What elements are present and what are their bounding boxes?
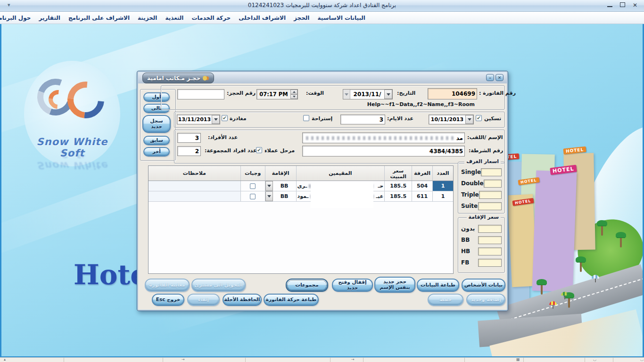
row-notes-cell[interactable] [149, 191, 240, 201]
row-room-cell[interactable]: 504 [412, 181, 432, 191]
booking-number-field[interactable] [177, 89, 224, 99]
menu-treasury[interactable]: الخزينة [138, 15, 157, 21]
row-meals-cell[interactable] [240, 191, 265, 201]
checkin-date-combo[interactable]: 10/11/2013 [429, 115, 474, 124]
time-value: 07:17 PM [257, 91, 290, 98]
none-price-field[interactable] [478, 225, 502, 233]
date-label: التاريخ: [397, 90, 415, 96]
row-count-cell[interactable]: 1 [432, 191, 453, 201]
new-booking-same-name-button[interactable]: حجز جديد بنفس الإسم [374, 277, 415, 293]
persons-count-field[interactable]: 3 [177, 133, 201, 143]
meals-checkbox[interactable] [250, 194, 256, 199]
double-label: Double [461, 180, 484, 187]
table-row[interactable]: 1 504 185.5 حـ ـرى BB [149, 181, 453, 191]
menu-booking[interactable]: الحجز [294, 15, 309, 21]
single-price-field[interactable] [481, 168, 502, 176]
suite-price-field[interactable] [478, 202, 502, 210]
checkin-dropdown-icon[interactable] [465, 115, 473, 124]
meals-checkbox[interactable] [250, 183, 256, 189]
suite-label: Suite [461, 203, 478, 209]
time-up-icon[interactable] [290, 90, 297, 94]
triple-label: Triple [461, 191, 479, 198]
dialog-minimize-icon[interactable]: – [486, 74, 494, 81]
days-field[interactable]: 3 [340, 115, 385, 124]
invoice-number-field[interactable]: 104699 [428, 88, 477, 99]
header-stay[interactable]: الإقامة [265, 166, 296, 181]
relay-clients-checkbox[interactable]: ✔ [256, 147, 262, 153]
menu-about[interactable]: حول البرنامج [0, 15, 31, 21]
date-combo-dropdown-icon[interactable] [384, 90, 392, 99]
menu-services-movement[interactable]: حركة الخدمات [191, 15, 231, 21]
new-record-button[interactable]: سجل جديد [142, 115, 171, 133]
exit-button[interactable]: خروج Esc [152, 294, 184, 306]
days-value: 3 [380, 116, 383, 123]
departure-date-combo[interactable]: 13/11/2013 [177, 115, 220, 124]
groups-button[interactable]: مجموعات [286, 279, 328, 292]
app-window: ▾ برنامج الفنادق اعداد شركة سنووايت للبر… [0, 0, 644, 362]
row-stay-cell[interactable]: BB [265, 181, 296, 191]
departure-date-value: 13/11/2013 [177, 116, 212, 123]
status-arrow-icon: → [182, 357, 185, 362]
dialog-title-tab[interactable]: حجـز مـكاتب امامية [142, 73, 214, 83]
dialog-close-icon[interactable]: ✕ [495, 74, 504, 81]
header-price[interactable]: سعر المبيت [384, 166, 412, 181]
row-stay-cell[interactable]: BB [265, 191, 296, 201]
print-invoice-movement-button[interactable]: طباعة حركة الفاتورة [264, 294, 319, 306]
bb-price-field[interactable] [478, 236, 502, 244]
stay-dropdown-icon[interactable] [265, 181, 273, 191]
triple-price-field[interactable] [479, 191, 502, 199]
minimize-icon[interactable] [607, 2, 612, 8]
date-combo-left-arrow-icon[interactable] [343, 90, 350, 99]
header-room[interactable]: الغرفة [412, 166, 432, 181]
table-row[interactable]: 1 611 185.5 عبـ ـمود BB [149, 191, 453, 202]
time-down-icon[interactable] [290, 94, 297, 99]
time-spinner[interactable]: 07:17 PM [256, 89, 298, 99]
row-room-cell[interactable]: 611 [412, 191, 432, 201]
deferred-wallet-button[interactable]: الحافظة الأجلة [223, 294, 262, 306]
row-count-cell[interactable]: 1 [432, 181, 453, 191]
menu-internal-supervision[interactable]: الاشراف الداخلى [239, 15, 286, 21]
date-value: 2013/11/ [350, 91, 384, 98]
menu-program-supervision[interactable]: الاشراف على البرنامج [68, 15, 130, 21]
maximize-icon[interactable] [620, 2, 625, 8]
header-meals[interactable]: وجبات [240, 166, 265, 181]
resident-fragment: حـ [378, 183, 384, 189]
departure-dropdown-icon[interactable] [212, 115, 220, 124]
previous-record-button[interactable]: سابق [143, 136, 170, 145]
checkin-checkbox[interactable]: ✔ [476, 115, 482, 121]
date-combo[interactable]: 2013/11/ [343, 89, 393, 99]
rest-checkbox[interactable] [303, 115, 309, 121]
police-number-field[interactable]: 4384/4385 [302, 146, 465, 156]
hb-price-field[interactable] [478, 247, 502, 255]
guest-name-field[interactable]: مد [302, 132, 465, 143]
last-record-button[interactable]: أخر [143, 147, 170, 156]
double-price-field[interactable] [484, 180, 502, 188]
dialog-title: حجـز مـكاتب امامية [147, 75, 200, 82]
row-price-cell[interactable]: 185.5 [384, 181, 412, 191]
menu-basic-data[interactable]: البيانات الاساسية [317, 15, 365, 21]
departure-checkbox[interactable]: ✔ [222, 115, 228, 121]
add-and-new-button: إضافة وجديد [466, 294, 505, 306]
header-residents[interactable]: المقيمين [296, 166, 385, 181]
window-title: برنامج الفنادق اعداد شركة سنووايت للبرمج… [0, 2, 644, 8]
persons-count-value: 3 [195, 135, 199, 141]
header-notes[interactable]: ملاحظات [149, 166, 240, 181]
menu-catering[interactable]: التغذية [165, 15, 183, 21]
header-count[interactable]: العدد [432, 166, 453, 181]
group-count-label: عدد افراد المجموعة: [205, 148, 256, 154]
redaction-overlay [311, 181, 373, 208]
persons-data-button[interactable]: بيانات الأشخاص [462, 279, 505, 292]
fb-price-field[interactable] [478, 259, 502, 267]
menu-reports[interactable]: التقارير [39, 15, 60, 21]
close-and-open-new-button[interactable]: إقفال وفتح جديد [332, 279, 373, 292]
booking-number-label: رقم الحجز: [227, 90, 256, 96]
row-notes-cell[interactable] [149, 181, 240, 191]
group-count-field[interactable]: 2 [177, 146, 201, 156]
print-data-button[interactable]: طباعة البيانات [417, 279, 459, 292]
close-icon[interactable]: ✕ [633, 2, 637, 8]
stay-dropdown-icon[interactable] [265, 191, 273, 201]
time-label: الوقت: [306, 90, 324, 96]
row-price-cell[interactable]: 185.5 [384, 191, 412, 201]
row-meals-cell[interactable] [240, 181, 265, 191]
guest-name-label: الإسم /اللقب: [467, 134, 503, 140]
